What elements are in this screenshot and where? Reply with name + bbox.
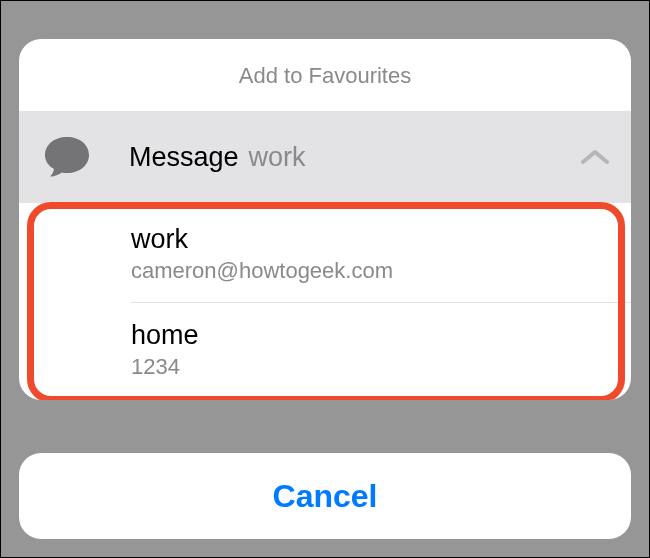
option-value: 1234 — [131, 353, 609, 382]
list-item[interactable]: home 1234 — [19, 303, 631, 398]
message-label: Message — [129, 142, 239, 173]
sheet-title: Add to Favourites — [19, 39, 631, 111]
list-item[interactable]: work cameron@howtogeek.com — [19, 207, 631, 302]
options-highlight-wrap: work cameron@howtogeek.com home 1234 — [19, 203, 631, 400]
cancel-button[interactable]: Cancel — [19, 453, 631, 539]
option-label: work — [131, 223, 609, 255]
options-list: work cameron@howtogeek.com home 1234 — [19, 207, 631, 398]
chevron-up-icon — [581, 149, 609, 165]
option-label: home — [131, 319, 609, 351]
message-row[interactable]: Message work — [19, 111, 631, 203]
message-sublabel: work — [249, 142, 306, 173]
cancel-label: Cancel — [273, 478, 378, 515]
message-icon — [43, 133, 91, 181]
action-sheet: Add to Favourites Message work work came… — [19, 39, 631, 400]
option-value: cameron@howtogeek.com — [131, 257, 609, 286]
